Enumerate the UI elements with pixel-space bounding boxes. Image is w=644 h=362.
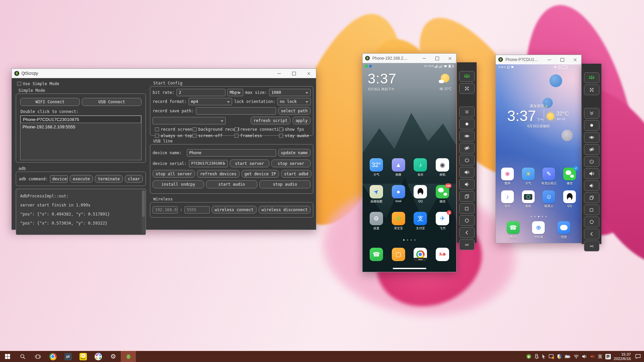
task-view-button[interactable] xyxy=(30,351,45,362)
app-icon[interactable]: ➤ 高德地图 xyxy=(365,185,387,204)
notification-bar-button[interactable] xyxy=(459,107,475,117)
full-screen-button[interactable] xyxy=(459,83,475,94)
device-list[interactable]: Phone-P7CDU17C23010875Phone-192.168.2.10… xyxy=(20,115,142,160)
app-icon[interactable]: ❀ 图库 xyxy=(497,168,518,186)
volume-down-button[interactable] xyxy=(584,180,599,191)
notification-bar-button[interactable] xyxy=(584,108,599,119)
screenshot-button[interactable]: ✂ xyxy=(459,239,475,250)
close-button[interactable] xyxy=(443,54,456,63)
phone2-screen[interactable]: 未插卡 100 下午3:37 浦东新区 ● 3:37下午 32°C xyxy=(496,64,581,243)
refresh-devices-button[interactable]: refresh devices xyxy=(197,170,239,178)
device-list-item[interactable]: Phone-192.168.2.109:5555 xyxy=(20,123,141,130)
app-icon[interactable]: 32° 天气 xyxy=(365,158,387,177)
back-button[interactable] xyxy=(459,227,475,238)
power-button[interactable] xyxy=(459,155,475,166)
app-switch-button[interactable] xyxy=(459,191,475,202)
app-icon[interactable]: ◉ 相机 xyxy=(431,158,453,177)
start-server-button[interactable]: start server xyxy=(230,160,269,167)
config-checkbox[interactable]: always on top xyxy=(155,133,193,138)
app-icon[interactable]: ✎ 有道云笔记 xyxy=(539,168,559,186)
back-button[interactable] xyxy=(584,229,599,239)
paint-taskbar-icon[interactable] xyxy=(91,351,106,362)
record-save-path-input[interactable] xyxy=(196,107,276,115)
device-name-input[interactable]: Phone xyxy=(187,149,276,157)
dock-app-icon[interactable]: 信息 xyxy=(557,221,570,239)
adb-command-input[interactable]: devices xyxy=(50,175,68,183)
start-audio-button[interactable]: start audio xyxy=(206,180,257,188)
usb-connect-button[interactable]: USB Connect xyxy=(82,98,142,106)
minimize-button[interactable] xyxy=(272,69,286,78)
script-combo[interactable] xyxy=(153,117,226,124)
wireless-disconnect-button[interactable]: wireless disconnect xyxy=(259,206,311,214)
wifi-connect-button[interactable]: WIFI Connect xyxy=(20,98,80,106)
config-checkbox[interactable]: screen-off xyxy=(193,133,234,138)
group-control-button[interactable] xyxy=(459,71,475,82)
qtscrcpy-taskbar-icon[interactable] xyxy=(121,351,136,362)
app-icon[interactable]: 相机 xyxy=(518,190,539,208)
device-serial-combo[interactable]: P7CDU17C2301087 xyxy=(189,160,228,167)
max-size-combo[interactable]: 1080 xyxy=(269,89,311,96)
dock-app-icon[interactable]: ▢ xyxy=(387,248,410,261)
use-simple-mode-checkbox[interactable]: Use Simple Mode xyxy=(17,81,146,86)
bit-rate-input[interactable]: 2 xyxy=(176,89,225,96)
start-button[interactable] xyxy=(0,351,15,362)
config-checkbox[interactable]: reverse connection xyxy=(234,127,279,132)
file-transfer-taskbar-icon[interactable]: ⇄ xyxy=(60,351,75,362)
screen-live-button[interactable] xyxy=(459,131,475,141)
tray-screencast-icon[interactable] xyxy=(549,354,554,359)
maximize-button[interactable] xyxy=(286,69,301,78)
search-button[interactable] xyxy=(15,351,30,362)
terminate-button[interactable]: terminate xyxy=(95,175,123,183)
app-icon[interactable]: ✓ 微信 xyxy=(559,168,580,186)
device-list-item[interactable]: Phone-P7CDU17C23010875 xyxy=(20,116,141,123)
screenshot-button[interactable]: ✂ xyxy=(584,241,599,251)
home-button[interactable] xyxy=(584,217,599,227)
execute-button[interactable]: execute xyxy=(70,175,93,183)
app-icon[interactable]: QQ xyxy=(410,185,432,204)
log-scrollbar-thumb[interactable] xyxy=(142,191,145,217)
volume-up-button[interactable] xyxy=(459,167,475,178)
group-control-button[interactable] xyxy=(584,72,599,83)
app-icon[interactable]: ⚙ 设置 xyxy=(365,212,387,231)
start-adbd-button[interactable]: start adbd xyxy=(281,170,311,178)
player-taskbar-icon[interactable]: Player xyxy=(75,351,91,362)
update-name-button[interactable]: update name xyxy=(278,149,311,157)
refresh-script-button[interactable]: refresh script xyxy=(251,117,290,124)
adb-log-output[interactable]: AdbProcessImpl::out:server start finish … xyxy=(16,189,146,235)
volume-up-button[interactable] xyxy=(584,168,599,179)
app-icon[interactable]: QQ xyxy=(559,190,580,208)
app-icon[interactable]: ☺ 联系人 xyxy=(539,190,559,208)
stop-server-button[interactable]: stop server xyxy=(271,160,311,167)
dock-app-icon[interactable]: Beta xyxy=(410,248,432,261)
select-path-button[interactable]: select path xyxy=(278,107,311,115)
screen-live-button[interactable] xyxy=(584,132,599,143)
minimize-button[interactable] xyxy=(418,54,431,63)
app-icon[interactable]: ♪ 音乐 xyxy=(497,190,518,208)
ime-pinyin-indicator[interactable]: 拼 xyxy=(605,354,611,359)
volume-down-button[interactable] xyxy=(459,179,475,190)
config-checkbox[interactable]: background record xyxy=(193,127,234,132)
maximize-button[interactable] xyxy=(431,54,443,63)
log-scrollbar[interactable] xyxy=(142,190,145,234)
tray-pointer-icon[interactable] xyxy=(542,354,546,359)
touch-button[interactable] xyxy=(584,120,599,131)
full-screen-button[interactable] xyxy=(584,84,599,95)
tray-battery-icon[interactable] xyxy=(565,355,571,358)
tray-android-icon[interactable] xyxy=(526,354,531,359)
get-device-ip-button[interactable]: get device IP xyxy=(241,170,279,178)
app-icon[interactable]: ♪ 音乐 xyxy=(410,158,432,177)
close-screen-button[interactable] xyxy=(584,144,599,155)
minimize-button[interactable] xyxy=(543,55,556,64)
home-indicator-bar[interactable] xyxy=(393,268,426,269)
dock-app-icon[interactable]: ☎ xyxy=(365,248,387,261)
tray-usb-icon[interactable] xyxy=(534,354,539,359)
clear-button[interactable]: clear xyxy=(125,175,143,183)
install-sndcpy-button[interactable]: install sndcpy xyxy=(153,180,204,188)
config-checkbox[interactable]: stay awake xyxy=(279,133,311,138)
chrome-taskbar-icon[interactable] xyxy=(45,351,60,362)
config-checkbox[interactable]: frameless xyxy=(234,133,279,138)
close-button[interactable] xyxy=(301,69,316,78)
record-format-combo[interactable]: mp4 xyxy=(189,98,232,105)
menu-button[interactable] xyxy=(459,203,475,214)
close-screen-button[interactable] xyxy=(459,143,475,154)
